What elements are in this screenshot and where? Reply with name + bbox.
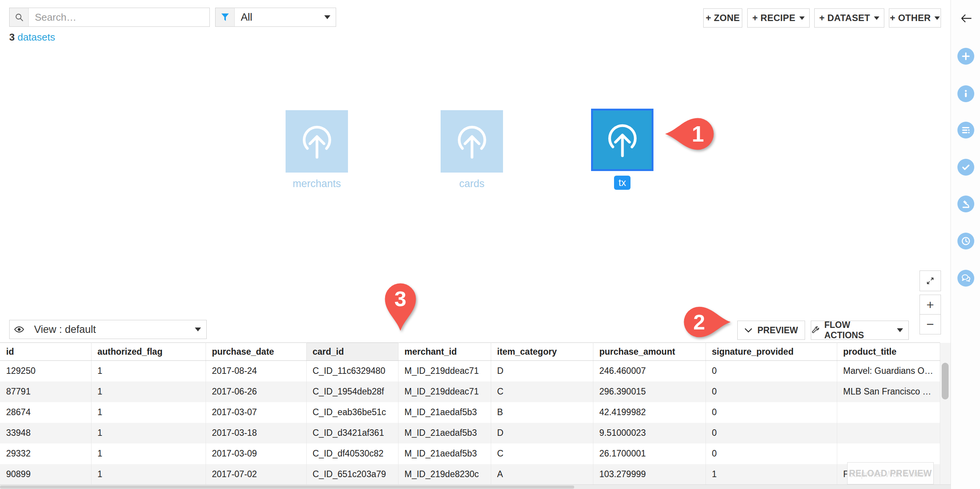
add-dataset-button[interactable]: + DATASET xyxy=(814,8,884,28)
filter-funnel-icon xyxy=(216,8,235,26)
dataset-label[interactable]: cards xyxy=(441,178,503,190)
vertical-scrollbar-thumb[interactable] xyxy=(942,363,949,399)
chevron-down-icon xyxy=(897,328,903,332)
dataset-preview-table: id authorized_flag purchase_date card_id… xyxy=(0,342,940,485)
horizontal-scrollbar[interactable] xyxy=(0,484,951,489)
table-row: 3394812017-03-18C_ID_d3421af361M_ID_21ae… xyxy=(0,423,940,443)
view-selector-value: View : default xyxy=(29,324,189,336)
reload-preview-button[interactable]: RELOAD PREVIEW xyxy=(847,462,934,484)
info-icon[interactable] xyxy=(957,85,974,102)
dataset-node-merchants[interactable]: merchants xyxy=(286,110,348,190)
expand-preview-button[interactable] xyxy=(920,271,941,291)
lab-microscope-icon[interactable] xyxy=(957,196,974,212)
column-header[interactable]: authorized_flag xyxy=(91,343,206,361)
dataset-label[interactable]: merchants xyxy=(286,178,348,190)
chevron-down-icon xyxy=(874,16,879,20)
column-header[interactable]: signature_provided xyxy=(706,343,837,361)
chevron-down-icon xyxy=(744,328,753,333)
table-row: 12925012017-08-24C_ID_11c6329480M_ID_219… xyxy=(0,361,940,381)
svg-text:1: 1 xyxy=(692,122,704,146)
right-panel-sidebar xyxy=(951,0,980,489)
chevron-down-icon xyxy=(934,16,940,20)
view-selector-dropdown[interactable]: View : default xyxy=(9,320,207,339)
vertical-scrollbar[interactable] xyxy=(940,343,951,484)
upload-dataset-icon xyxy=(441,110,503,173)
svg-text:2: 2 xyxy=(693,310,705,334)
expand-icon xyxy=(925,276,935,286)
discussions-chat-icon[interactable] xyxy=(957,270,974,287)
flow-canvas: All 3 datasets + ZONE + RECIPE + DATASET… xyxy=(0,0,980,489)
annotation-pin-2: 2 xyxy=(683,305,732,339)
add-zone-button[interactable]: + ZONE xyxy=(703,8,742,28)
search-input[interactable] xyxy=(29,8,209,26)
add-icon[interactable] xyxy=(957,48,974,65)
zoom-out-button[interactable]: − xyxy=(920,314,941,334)
filter-value: All xyxy=(235,11,319,23)
schema-list-icon[interactable] xyxy=(957,122,974,139)
column-header[interactable]: item_category xyxy=(491,343,593,361)
dataset-node-cards[interactable]: cards xyxy=(441,110,503,190)
horizontal-scrollbar-thumb[interactable] xyxy=(0,486,574,489)
filter-dropdown[interactable]: All xyxy=(215,8,336,27)
column-header[interactable]: merchant_id xyxy=(398,343,491,361)
collapse-panel-arrow-icon[interactable] xyxy=(959,11,974,26)
wrench-icon xyxy=(811,326,820,335)
table-row: 9089912017-07-02C_ID_651c203a79M_ID_219d… xyxy=(0,464,940,485)
column-header[interactable]: id xyxy=(0,343,91,361)
chevron-down-icon xyxy=(195,328,201,331)
zoom-in-button[interactable]: + xyxy=(920,295,941,315)
history-clock-icon[interactable] xyxy=(957,233,974,249)
datasets-link[interactable]: datasets xyxy=(18,31,55,43)
preview-button[interactable]: PREVIEW xyxy=(737,321,805,340)
search-box xyxy=(9,8,210,27)
table-row: 8779112017-06-26C_ID_1954deb28fM_ID_219d… xyxy=(0,381,940,402)
search-icon xyxy=(10,8,29,26)
table-row: 2867412017-03-07C_ID_eab36be51cM_ID_21ae… xyxy=(0,402,940,423)
upload-dataset-icon xyxy=(286,110,348,173)
annotation-pin-3: 3 xyxy=(384,282,417,333)
annotation-pin-1: 1 xyxy=(663,117,715,151)
upload-dataset-icon xyxy=(591,109,653,171)
column-header[interactable]: card_id xyxy=(306,343,398,361)
eye-icon xyxy=(10,324,29,335)
chevron-down-icon xyxy=(324,15,330,19)
chevron-down-icon xyxy=(799,16,805,20)
dataset-label-selected[interactable]: tx xyxy=(614,176,630,190)
column-header[interactable]: product_title xyxy=(837,343,940,361)
status-check-icon[interactable] xyxy=(957,159,974,176)
add-recipe-button[interactable]: + RECIPE xyxy=(747,8,810,28)
dataset-node-tx[interactable]: tx xyxy=(591,109,653,190)
column-header[interactable]: purchase_amount xyxy=(593,343,706,361)
dataset-count: 3 datasets xyxy=(9,31,55,43)
flow-actions-button[interactable]: FLOW ACTIONS xyxy=(811,321,909,340)
add-other-button[interactable]: + OTHER xyxy=(889,8,941,28)
column-header[interactable]: purchase_date xyxy=(206,343,306,361)
svg-text:3: 3 xyxy=(394,287,406,311)
table-row: 2933212017-03-09C_ID_df40530c82M_ID_21ae… xyxy=(0,443,940,464)
table-header-row: id authorized_flag purchase_date card_id… xyxy=(0,343,940,361)
